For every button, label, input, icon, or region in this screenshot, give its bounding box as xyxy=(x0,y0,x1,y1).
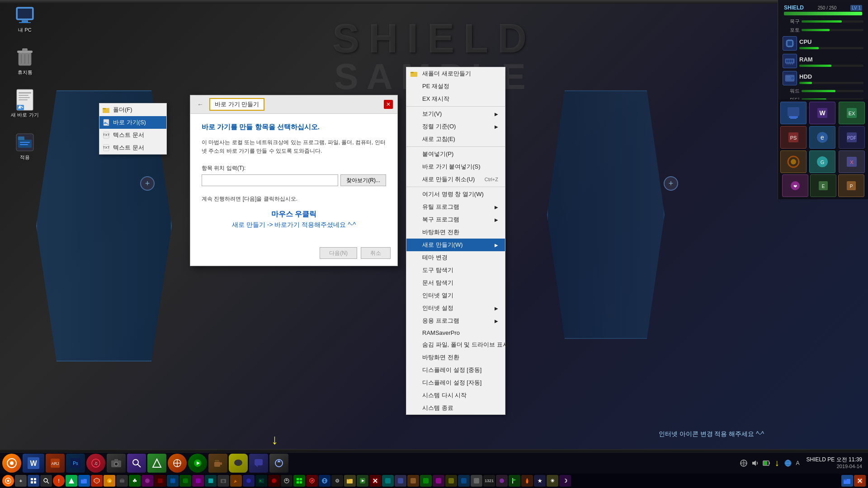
submenu-folder[interactable]: 폴더(F) xyxy=(99,103,166,116)
tb-icon-terminal[interactable]: >_ xyxy=(255,475,267,487)
taskbar-icon-kakao[interactable] xyxy=(229,454,248,473)
ctx-refresh[interactable]: 새로 고침(E) xyxy=(406,133,505,145)
tb-icon-green-tool[interactable] xyxy=(66,475,77,487)
taskbar-icon-camera[interactable] xyxy=(107,454,126,473)
ctx-wallpaper-switch[interactable]: 바탕화면 전환 xyxy=(406,226,505,239)
tb-icon-search-sm[interactable] xyxy=(40,475,52,487)
tb-icon-dark-red[interactable] xyxy=(154,475,166,487)
tb-icon-x-app[interactable] xyxy=(369,475,381,487)
taskbar-icon-orange-util[interactable] xyxy=(168,454,187,473)
tb-icon-folder-blue[interactable] xyxy=(841,475,853,487)
ctx-display-mid[interactable]: 디스플레이 설정 [중동] xyxy=(406,364,505,376)
tb-icon-anti-virus[interactable]: ✓ xyxy=(306,475,318,487)
app-grid-icon-7[interactable] xyxy=(780,150,807,173)
taskbar-icon-word[interactable]: W xyxy=(23,454,44,473)
ctx-recovery[interactable]: 복구 프로그램 ▶ xyxy=(406,213,505,226)
tb-icon-dark-cyan[interactable] xyxy=(205,475,217,487)
tb-icon-1321[interactable]: 1321 xyxy=(483,475,495,487)
desktop-icon-trash[interactable]: 휴지통 xyxy=(9,47,41,76)
ctx-undo[interactable]: 새로 만들기 취소(U) Ctrl+Z xyxy=(406,173,505,186)
taskbar-icon-archive[interactable]: ARJ xyxy=(46,454,65,473)
ctx-apps[interactable]: 응용 프로그램 ▶ xyxy=(406,314,505,327)
tb-icon-red-circle[interactable]: ! xyxy=(53,475,65,487)
taskbar-icon-coffee[interactable] xyxy=(208,454,227,473)
ctx-internet-open[interactable]: 인터넷 열기 xyxy=(406,289,505,302)
desktop-icon-pc[interactable]: 내 PC xyxy=(9,5,41,33)
wizard-browse-button[interactable]: 찾아보기(R)... xyxy=(340,174,386,186)
taskbar-icon-photoshop[interactable]: Ps xyxy=(66,454,85,473)
tb-icon-sun[interactable]: ☀ xyxy=(547,475,558,487)
wizard-location-input[interactable] xyxy=(202,174,338,186)
submenu-text1[interactable]: TXT 텍스트 문서 xyxy=(99,129,166,141)
ctx-ex-restart[interactable]: EX 재시작 xyxy=(406,93,505,105)
tb-icon-overwatch[interactable] xyxy=(2,475,14,487)
tray-icon-volume[interactable] xyxy=(750,458,760,468)
taskbar-icon-music[interactable]: ♫ xyxy=(86,454,105,473)
app-bottom-icon-3[interactable]: P xyxy=(838,174,864,197)
taskbar-icon-overwatch[interactable] xyxy=(2,454,21,473)
tb-icon-dark-purple[interactable] xyxy=(192,475,204,487)
ctx-ramsaver[interactable]: RAMSaverPro xyxy=(406,327,505,338)
tb-icon-media-player[interactable] xyxy=(357,475,368,487)
submenu-text2[interactable]: TXT 텍스트 문서 xyxy=(99,141,166,154)
plus-button-right[interactable]: + xyxy=(664,176,678,191)
tb-icon-blue-folder[interactable] xyxy=(78,475,90,487)
tb-icon-red-util[interactable] xyxy=(268,475,280,487)
tb-icon-green-app2[interactable] xyxy=(420,475,432,487)
tb-icon-ie-sm[interactable] xyxy=(319,475,330,487)
tb-icon-purple2[interactable] xyxy=(496,475,508,487)
app-grid-icon-8[interactable]: G xyxy=(809,150,835,173)
ctx-cmd-here[interactable]: 여기서 명령 창 열기(W) xyxy=(406,188,505,201)
ctx-restart[interactable]: 시스템 다시 시작 xyxy=(406,389,505,402)
tb-icon-x-app2[interactable] xyxy=(854,475,866,487)
tb-icon-plus[interactable]: + xyxy=(15,475,27,487)
app-grid-icon-4[interactable]: PS xyxy=(780,126,807,149)
tb-icon-green-app[interactable]: ☘ xyxy=(129,475,141,487)
wizard-back-button[interactable]: ← xyxy=(195,100,206,109)
tb-icon-shield-red[interactable] xyxy=(91,475,103,487)
plus-button-left[interactable]: + xyxy=(140,176,155,191)
ctx-tool-explorer[interactable]: 도구 탐색기 xyxy=(406,264,505,277)
tb-icon-dark-blue[interactable] xyxy=(167,475,179,487)
tb-icon-folder-yellow[interactable] xyxy=(344,475,356,487)
ctx-pe-reset[interactable]: PE 재설정 xyxy=(406,80,505,93)
tb-icon-orange-app[interactable]: ★ xyxy=(104,475,115,487)
tb-icon-moon[interactable]: ☽ xyxy=(559,475,571,487)
tb-icon-camera-sm[interactable] xyxy=(217,475,229,487)
tb-icon-navy-app[interactable] xyxy=(458,475,470,487)
taskbar-icon-search[interactable] xyxy=(127,454,146,473)
tb-icon-paint[interactable] xyxy=(230,475,242,487)
ctx-new[interactable]: 새로 만들기(W) ▶ xyxy=(406,239,505,251)
wizard-cancel-button[interactable]: 취소 xyxy=(361,247,391,259)
tb-icon-blue-app2[interactable] xyxy=(395,475,406,487)
tray-icon-power[interactable] xyxy=(761,458,771,468)
tb-icon-star[interactable]: ★ xyxy=(534,475,546,487)
tb-icon-purple-app[interactable] xyxy=(142,475,153,487)
ctx-util[interactable]: 유틸 프로그램 ▶ xyxy=(406,201,505,213)
tb-icon-brown-app[interactable] xyxy=(407,475,419,487)
tb-icon-gray-app[interactable] xyxy=(471,475,482,487)
desktop-icon-app[interactable]: 적용 xyxy=(9,132,41,161)
tray-icon-network[interactable] xyxy=(739,458,749,468)
ctx-view[interactable]: 보기(V) ▶ xyxy=(406,108,505,120)
app-grid-icon-2[interactable]: W xyxy=(809,102,835,124)
ctx-show-hidden[interactable]: 숨김 파일, 폴더 및 드라이브 표시 xyxy=(406,338,505,351)
app-grid-icon-6[interactable]: PDF xyxy=(839,126,865,149)
app-bottom-icon-1[interactable]: ❤ xyxy=(782,174,808,197)
ctx-internet-settings[interactable]: 인터넷 설정 ▶ xyxy=(406,302,505,314)
tb-icon-winkey[interactable] xyxy=(28,475,39,487)
desktop-icon-shortcut[interactable]: 새 바로 가기 xyxy=(9,89,41,118)
ctx-shutdown[interactable]: 시스템 종료 xyxy=(406,402,505,414)
tray-keyboard-indicator[interactable]: A xyxy=(794,460,802,466)
tb-icon-tool1[interactable] xyxy=(116,475,128,487)
app-grid-icon-1[interactable] xyxy=(780,102,807,124)
tray-icon-globe[interactable] xyxy=(783,458,793,468)
tb-icon-cyan-app[interactable] xyxy=(382,475,394,487)
app-bottom-icon-2[interactable]: E xyxy=(810,174,836,197)
tb-icon-flag[interactable] xyxy=(509,475,520,487)
taskbar-icon-play[interactable] xyxy=(188,454,207,473)
ctx-new-folder[interactable]: 새폴더 새로만들기 xyxy=(406,67,505,80)
tb-icon-fire[interactable] xyxy=(521,475,533,487)
tb-icon-pink-app[interactable] xyxy=(433,475,444,487)
app-grid-icon-9[interactable]: X xyxy=(839,150,865,173)
